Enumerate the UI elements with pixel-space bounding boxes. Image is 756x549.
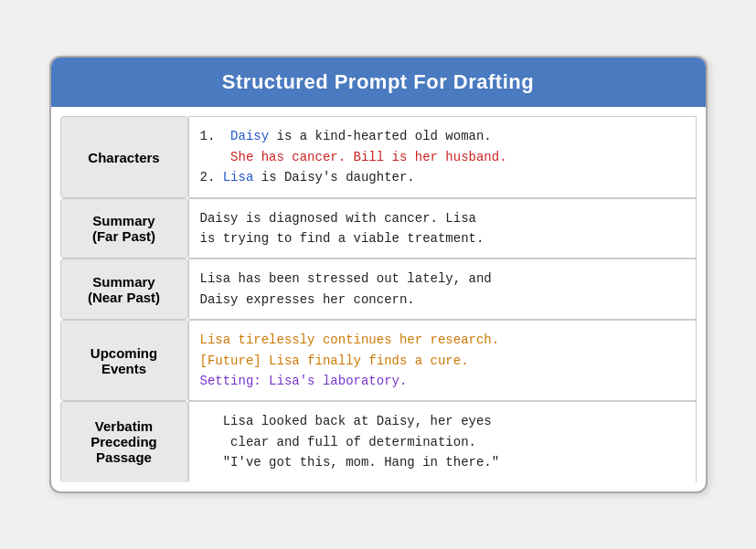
content-table: Characters 1. Daisy is a kind-hearted ol… (60, 116, 697, 481)
chars-line3-prefix: 2. (200, 170, 223, 185)
table-container: Characters 1. Daisy is a kind-hearted ol… (51, 107, 706, 491)
upcoming-events-label: UpcomingEvents (60, 320, 188, 401)
chars-line3-rest: is Daisy's daughter. (253, 170, 414, 185)
upcoming-line2: [Future] Lisa finally finds a cure. (200, 354, 469, 368)
table-row: Summary(Far Past) Daisy is diagnosed wit… (60, 198, 697, 259)
verbatim-label: VerbatimPrecedingPassage (60, 401, 188, 481)
chars-line1-rest: is a kind-hearted old woman. (269, 129, 492, 143)
table-row: Characters 1. Daisy is a kind-hearted ol… (60, 116, 697, 197)
summary-far-past-content: Daisy is diagnosed with cancer. Lisais t… (188, 198, 697, 259)
card-header: Structured Prompt For Drafting (51, 58, 706, 107)
main-card: Structured Prompt For Drafting Character… (49, 56, 708, 492)
summary-near-past-text: Lisa has been stressed out lately, andDa… (200, 271, 492, 306)
summary-far-past-text: Daisy is diagnosed with cancer. Lisais t… (200, 211, 484, 246)
table-row: Summary(Near Past) Lisa has been stresse… (60, 259, 697, 320)
verbatim-text: Lisa looked back at Daisy, her eyes clea… (200, 414, 500, 470)
chars-line1-prefix: 1. (200, 129, 231, 143)
characters-content: 1. Daisy is a kind-hearted old woman. Sh… (188, 116, 697, 197)
upcoming-line1: Lisa tirelessly continues her research. (200, 333, 500, 347)
upcoming-line3: Setting: Lisa's laboratory. (200, 374, 408, 388)
characters-label: Characters (60, 116, 188, 197)
table-row: UpcomingEvents Lisa tirelessly continues… (60, 320, 697, 401)
summary-far-past-label: Summary(Far Past) (60, 198, 188, 259)
chars-she: She has cancer. Bill is her husband. (200, 150, 507, 164)
card-title: Structured Prompt For Drafting (69, 70, 687, 94)
verbatim-content: Lisa looked back at Daisy, her eyes clea… (188, 401, 697, 481)
summary-near-past-label: Summary(Near Past) (60, 259, 188, 320)
table-row: VerbatimPrecedingPassage Lisa looked bac… (60, 401, 697, 481)
upcoming-events-content: Lisa tirelessly continues her research. … (188, 320, 697, 401)
summary-near-past-content: Lisa has been stressed out lately, andDa… (188, 259, 697, 320)
chars-lisa: Lisa (223, 170, 254, 185)
chars-daisy: Daisy (230, 129, 269, 143)
